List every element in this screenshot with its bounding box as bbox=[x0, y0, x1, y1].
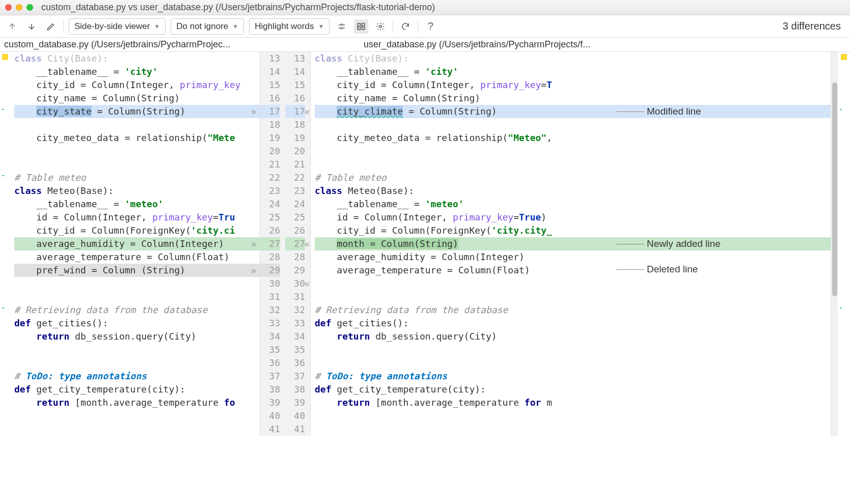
line-number: 39 bbox=[285, 396, 305, 409]
code-line[interactable]: id = Column(Integer, primary_key=Tru bbox=[14, 211, 260, 224]
code-line[interactable]: class Meteo(Base): bbox=[315, 184, 831, 198]
code-line[interactable]: # ToDo: type annotations bbox=[315, 370, 831, 383]
apply-left-icon[interactable]: « bbox=[305, 237, 310, 250]
code-line[interactable] bbox=[315, 118, 831, 131]
code-line[interactable] bbox=[14, 290, 260, 303]
change-marker[interactable] bbox=[2, 109, 9, 110]
code-line[interactable]: return [month.average_temperature fo bbox=[14, 396, 260, 409]
code-line[interactable]: city_id = Column(ForeignKey('city.ci bbox=[14, 224, 260, 237]
code-line[interactable] bbox=[315, 409, 831, 423]
code-line[interactable]: city_name = Column(String) bbox=[14, 92, 260, 105]
line-number: 41 bbox=[285, 423, 305, 436]
sync-scroll-button[interactable] bbox=[354, 19, 368, 34]
apply-left-icon[interactable]: « bbox=[305, 277, 310, 290]
right-scrollbar[interactable] bbox=[831, 52, 838, 436]
code-line[interactable]: __tablename__ = 'meteo' bbox=[14, 198, 260, 211]
line-number: 32 bbox=[260, 303, 280, 317]
code-line[interactable] bbox=[14, 343, 260, 356]
code-line[interactable]: city_name = Column(String) bbox=[315, 92, 831, 105]
code-line[interactable]: class City(Base): bbox=[315, 52, 831, 65]
code-line[interactable]: city_id = Column(ForeignKey('city.city_ bbox=[315, 224, 831, 237]
code-line[interactable]: __tablename__ = 'city' bbox=[315, 65, 831, 78]
code-line[interactable]: average_temperature = Column(Float) bbox=[14, 250, 260, 264]
code-line[interactable] bbox=[14, 356, 260, 370]
code-line[interactable] bbox=[315, 423, 831, 436]
code-line[interactable] bbox=[14, 277, 260, 290]
apply-right-icon[interactable]: » bbox=[251, 264, 256, 277]
collapse-unchanged-button[interactable] bbox=[335, 19, 349, 34]
viewer-mode-select[interactable]: Side-by-side viewer ▼ bbox=[69, 18, 166, 35]
warning-marker[interactable] bbox=[841, 54, 847, 60]
change-marker[interactable] bbox=[840, 109, 847, 110]
help-button[interactable]: ? bbox=[423, 19, 437, 34]
refresh-button[interactable] bbox=[398, 19, 413, 34]
window-title: custom_database.py vs user_database.py (… bbox=[41, 2, 435, 13]
edit-source-button[interactable] bbox=[44, 19, 58, 34]
code-line[interactable]: def get_city_temperature(city): bbox=[14, 383, 260, 396]
whitespace-mode-select[interactable]: Do not ignore ▼ bbox=[171, 18, 244, 35]
code-line[interactable] bbox=[315, 145, 831, 158]
apply-left-icon[interactable]: « bbox=[305, 105, 310, 118]
code-line[interactable]: class Meteo(Base): bbox=[14, 184, 260, 198]
code-line[interactable]: __tablename__ = 'city' bbox=[14, 65, 260, 78]
code-line[interactable]: # Retrieving data from the database bbox=[14, 303, 260, 317]
code-line[interactable] bbox=[14, 118, 260, 131]
code-line[interactable]: return db_session.query(City) bbox=[14, 330, 260, 343]
code-line[interactable] bbox=[315, 277, 831, 290]
highlight-mode-select[interactable]: Highlight words ▼ bbox=[249, 18, 330, 35]
code-line[interactable]: city_id = Column(Integer, primary_key bbox=[14, 78, 260, 92]
code-line[interactable]: average_humidity = Column(Integer) bbox=[315, 250, 831, 264]
minimize-window-button[interactable] bbox=[16, 4, 22, 11]
scrollbar-thumb[interactable] bbox=[832, 82, 837, 296]
right-code-pane[interactable]: class City(Base): __tablename__ = 'city'… bbox=[311, 52, 831, 436]
code-line[interactable]: city_state = Column(String) bbox=[14, 105, 260, 118]
code-line[interactable]: # Retrieving data from the database bbox=[315, 303, 831, 317]
change-marker[interactable] bbox=[2, 307, 9, 309]
line-number: 15 bbox=[260, 78, 280, 92]
code-line[interactable] bbox=[14, 145, 260, 158]
next-diff-button[interactable] bbox=[24, 19, 39, 34]
change-marker[interactable] bbox=[840, 307, 847, 309]
code-line[interactable] bbox=[14, 423, 260, 436]
code-line[interactable]: month = Column(String) bbox=[315, 237, 831, 250]
code-line[interactable]: average_humidity = Column(Integer) bbox=[14, 237, 260, 250]
apply-right-icon[interactable]: » bbox=[251, 105, 256, 118]
code-line[interactable]: def get_city_temperature(city): bbox=[315, 383, 831, 396]
apply-right-icon[interactable]: » bbox=[251, 237, 256, 250]
diff-toolbar: Side-by-side viewer ▼ Do not ignore ▼ Hi… bbox=[0, 15, 850, 38]
code-line[interactable]: city_id = Column(Integer, primary_key=T bbox=[315, 78, 831, 92]
warning-marker[interactable] bbox=[2, 54, 8, 60]
line-number: 37 bbox=[260, 370, 280, 383]
chevron-down-icon: ▼ bbox=[154, 23, 160, 30]
code-line[interactable]: def get_cities(): bbox=[315, 317, 831, 330]
code-line[interactable]: # ToDo: type annotations bbox=[14, 370, 260, 383]
code-line[interactable]: # Table meteo bbox=[315, 171, 831, 184]
zoom-window-button[interactable] bbox=[26, 4, 33, 11]
code-line[interactable]: return [month.average_temperature for m bbox=[315, 396, 831, 409]
code-line[interactable] bbox=[315, 158, 831, 171]
code-line[interactable]: city_meteo_data = relationship("Meteo", bbox=[315, 131, 831, 145]
code-line[interactable] bbox=[14, 409, 260, 423]
line-number: 18 bbox=[260, 118, 280, 131]
code-line[interactable]: def get_cities(): bbox=[14, 317, 260, 330]
change-marker[interactable] bbox=[2, 175, 9, 176]
code-line[interactable]: return db_session.query(City) bbox=[315, 330, 831, 343]
code-line[interactable]: pref_wind = Column (String) bbox=[14, 264, 260, 277]
left-code-pane[interactable]: class City(Base): __tablename__ = 'city'… bbox=[10, 52, 260, 436]
code-line[interactable]: id = Column(Integer, primary_key=True) bbox=[315, 211, 831, 224]
code-line[interactable]: __tablename__ = 'meteo' bbox=[315, 198, 831, 211]
window-traffic-lights bbox=[5, 4, 37, 11]
code-line[interactable] bbox=[14, 158, 260, 171]
code-line[interactable] bbox=[315, 290, 831, 303]
code-line[interactable]: city_meteo_data = relationship("Mete bbox=[14, 131, 260, 145]
code-line[interactable]: # Table meteo bbox=[14, 171, 260, 184]
code-line[interactable]: city_climate = Column(String) bbox=[315, 105, 831, 118]
close-window-button[interactable] bbox=[5, 4, 12, 11]
code-line[interactable]: average_temperature = Column(Float) bbox=[315, 264, 831, 277]
settings-button[interactable] bbox=[373, 19, 388, 34]
line-number: 34 bbox=[285, 330, 305, 343]
prev-diff-button[interactable] bbox=[5, 19, 19, 34]
code-line[interactable] bbox=[315, 356, 831, 370]
code-line[interactable] bbox=[315, 343, 831, 356]
code-line[interactable]: class City(Base): bbox=[14, 52, 260, 65]
